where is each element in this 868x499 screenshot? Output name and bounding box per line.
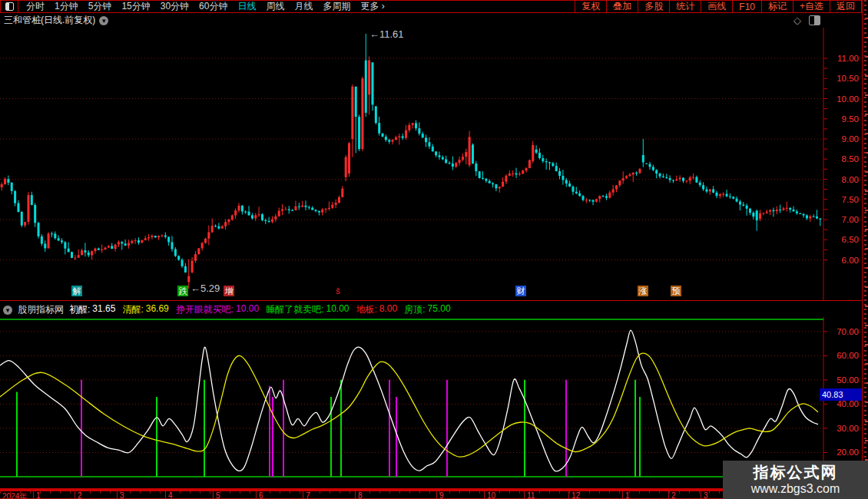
period-tab-月线[interactable]: 月线 xyxy=(294,0,313,13)
toolbar-button-画线[interactable]: 画线 xyxy=(701,1,732,12)
field-value: 8.00 xyxy=(379,303,397,316)
field-value: 10.00 xyxy=(326,303,349,316)
price-axis-label: 6.50 xyxy=(842,235,859,244)
month-label-4: 4 xyxy=(165,491,173,499)
month-label-12: 12 xyxy=(568,491,580,499)
watermark: 指标公式网 www.zbgs3.com xyxy=(723,461,868,499)
month-label-1: 1 xyxy=(622,491,630,499)
toolbar-buttons: 复权叠加多股统计画线F10标记+自选返回 xyxy=(575,1,862,12)
event-badge-ŝ: ŝ xyxy=(336,286,340,296)
right-scroll-strip[interactable] xyxy=(862,0,868,499)
window-split-icon xyxy=(5,2,14,11)
toolbar-button-统计[interactable]: 统计 xyxy=(669,1,701,12)
indicator-field: 清醒:36.69 xyxy=(122,303,168,316)
indicator-source: 股朋指标网 xyxy=(18,303,64,316)
price-axis-label: 8.00 xyxy=(842,175,859,184)
indicator-line-清醒 xyxy=(0,353,818,457)
field-value: 75.00 xyxy=(428,303,451,316)
layout-icon[interactable] xyxy=(0,1,18,12)
panel-toggle-icon[interactable] xyxy=(809,15,820,25)
titlebar: 三和管桩(日线.前复权) ▾ ◇ xyxy=(0,14,868,27)
current-value-badge: 40.83 xyxy=(820,388,862,401)
main-chart[interactable]: 11.0010.5010.009.509.008.508.007.507.006… xyxy=(0,28,868,304)
indicator-line-初醒 xyxy=(0,330,818,471)
watermark-url: www.zbgs3.com xyxy=(751,481,840,497)
indicator-axis-label: 60.00 xyxy=(837,351,859,360)
stock-app-window: 分时1分钟5分钟15分钟30分钟60分钟日线周线月线多周期更多 › 复权叠加多股… xyxy=(0,0,868,499)
event-badge-解: 解 xyxy=(73,286,81,296)
month-label-2: 2 xyxy=(668,491,676,499)
month-label-10: 10 xyxy=(484,491,495,499)
event-badge-涨: 涨 xyxy=(639,286,648,296)
month-label-2: 2 xyxy=(75,491,82,499)
stock-title: 三和管桩(日线.前复权) xyxy=(4,14,95,27)
field-label: 清醒: xyxy=(122,303,143,316)
price-axis-label: 11.00 xyxy=(837,54,859,63)
period-tab-日线[interactable]: 日线 xyxy=(237,0,256,13)
period-tab-分时[interactable]: 分时 xyxy=(26,0,45,13)
indicator-axis-label: 40.00 xyxy=(837,399,859,408)
indicator-field: 挣开眼就买吧:10.00 xyxy=(176,303,259,316)
event-badge-财: 财 xyxy=(517,286,525,296)
month-label-11: 11 xyxy=(524,491,535,499)
diamond-icon[interactable]: ◇ xyxy=(793,15,801,26)
month-label-8: 8 xyxy=(355,491,363,499)
toolbar-button-+自选[interactable]: +自选 xyxy=(793,1,830,12)
toolbar-button-F10[interactable]: F10 xyxy=(732,1,761,12)
indicator-field: 地板:8.00 xyxy=(356,303,398,316)
field-label: 初醒: xyxy=(69,303,90,316)
field-value: 36.69 xyxy=(146,303,169,316)
month-label-3: 3 xyxy=(701,491,708,499)
toolbar-button-叠加[interactable]: 叠加 xyxy=(606,1,638,12)
indicator-axis-label: 20.00 xyxy=(837,448,859,457)
indicator-axis-label: 70.00 xyxy=(837,327,859,336)
toolbar-button-返回[interactable]: 返回 xyxy=(830,1,862,12)
chevron-down-icon[interactable]: ▾ xyxy=(99,16,108,25)
field-label: 房顶: xyxy=(404,303,425,316)
toolbar-button-标记[interactable]: 标记 xyxy=(761,1,793,12)
indicator-axis-label: 30.00 xyxy=(837,424,859,433)
month-label-5: 5 xyxy=(213,491,220,499)
month-label-6: 6 xyxy=(256,491,263,499)
price-axis-label: 10.50 xyxy=(837,74,859,83)
price-axis-label: 8.50 xyxy=(842,154,859,164)
indicator-header: ▾ 股朋指标网 初醒:31.65清醒:36.69挣开眼就买吧:10.00睡醒了就… xyxy=(0,302,451,317)
field-value: 10.00 xyxy=(236,303,259,316)
chevron-down-icon[interactable]: ▾ xyxy=(3,306,12,315)
period-tab-5分钟[interactable]: 5分钟 xyxy=(88,0,112,13)
event-badge-预: 预 xyxy=(672,286,681,296)
field-label: 挣开眼就买吧: xyxy=(176,303,234,316)
period-tab-1分钟[interactable]: 1分钟 xyxy=(55,0,78,13)
price-axis-label: 10.00 xyxy=(837,94,859,104)
price-axis-label: 7.50 xyxy=(842,195,859,204)
period-tab-周线[interactable]: 周线 xyxy=(266,0,284,13)
period-tab-15分钟[interactable]: 15分钟 xyxy=(121,0,150,13)
price-axis-label: 9.50 xyxy=(842,114,859,124)
price-axis-label: 7.00 xyxy=(842,215,859,224)
indicator-field: 房顶:75.00 xyxy=(404,303,450,316)
period-menu: 分时1分钟5分钟15分钟30分钟60分钟日线周线月线多周期更多 › xyxy=(26,0,575,13)
event-badge-增: 增 xyxy=(225,286,234,296)
period-tab-更多 ›[interactable]: 更多 › xyxy=(360,0,384,13)
field-label: 地板: xyxy=(356,303,377,316)
watermark-title: 指标公式网 xyxy=(754,463,838,481)
month-label-7: 7 xyxy=(303,491,310,499)
indicator-axis-label: 50.00 xyxy=(837,375,859,385)
period-tab-30分钟[interactable]: 30分钟 xyxy=(161,0,189,13)
indicator-field: 初醒:31.65 xyxy=(69,303,115,316)
price-axis-label: 6.00 xyxy=(842,256,859,265)
toolbar-button-多股[interactable]: 多股 xyxy=(638,1,669,12)
period-tab-60分钟[interactable]: 60分钟 xyxy=(199,0,227,13)
low-annotation: ←5.29 xyxy=(190,283,220,294)
price-axis-label: 9.00 xyxy=(842,134,859,144)
month-label-9: 9 xyxy=(436,491,444,499)
period-tab-多周期[interactable]: 多周期 xyxy=(323,0,350,13)
event-badge-跌: 跌 xyxy=(179,286,188,296)
toolbar-button-复权[interactable]: 复权 xyxy=(575,1,606,12)
month-label-1: 1 xyxy=(33,491,41,499)
field-value: 31.65 xyxy=(92,303,115,316)
indicator-fields: 初醒:31.65清醒:36.69挣开眼就买吧:10.00睡醒了就卖吧:10.00… xyxy=(69,303,451,316)
field-label: 睡醒了就卖吧: xyxy=(266,303,323,316)
high-annotation: ←11.61 xyxy=(369,28,404,40)
toolbar: 分时1分钟5分钟15分钟30分钟60分钟日线周线月线多周期更多 › 复权叠加多股… xyxy=(0,0,868,13)
